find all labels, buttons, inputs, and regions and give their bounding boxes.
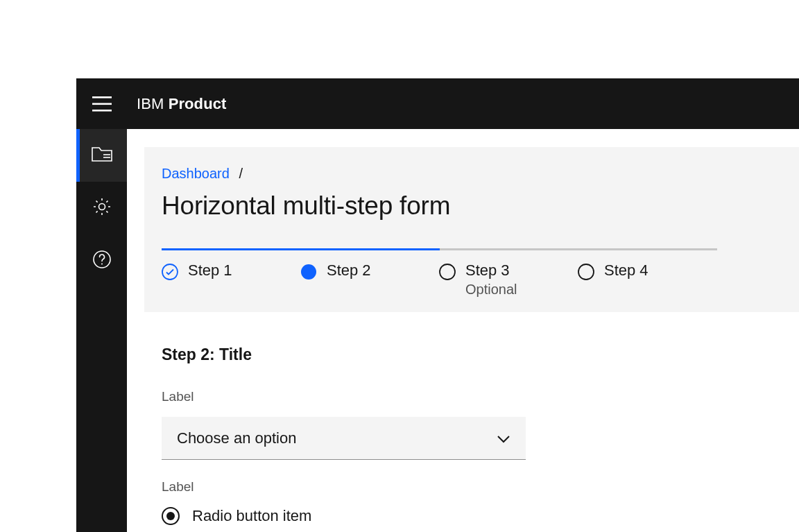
select-label: Label [162,389,526,404]
chevron-down-icon [497,429,510,447]
svg-point-11 [578,264,594,280]
page-title: Horizontal multi-step form [162,191,799,221]
upcoming-step-icon [439,264,456,280]
svg-rect-1 [92,103,112,105]
progress-fill [162,248,440,250]
progress-step-sublabel: Optional [465,282,517,298]
progress-step-2[interactable]: Step 2 [300,261,439,298]
progress-indicator: Step 1 Step 2 [162,248,717,298]
progress-step-label: Step 3 [465,261,517,280]
svg-point-9 [301,264,316,280]
form-area: Step 2: Title Label Choose an option Lab… [162,345,799,525]
progress-step-3[interactable]: Step 3 Optional [439,261,578,298]
left-sidebar [76,129,127,532]
brand-label[interactable]: IBM Product [137,95,226,113]
sidebar-item-folder[interactable] [76,129,127,182]
current-step-icon [300,264,317,280]
breadcrumb: Dashboard / [162,166,799,182]
svg-point-5 [98,204,105,210]
breadcrumb-link-dashboard[interactable]: Dashboard [162,166,230,181]
menu-icon[interactable] [92,96,112,112]
select-field: Label Choose an option [162,389,526,460]
radio-group-label: Label [162,479,799,495]
radio-group: Label Radio button item [162,479,799,525]
svg-point-8 [162,264,178,280]
svg-rect-0 [92,96,112,98]
page-header-panel: Dashboard / Horizontal multi-step form S… [144,147,799,312]
global-header: IBM Product [76,78,799,129]
progress-step-label: Step 4 [604,261,648,280]
select-value: Choose an option [177,429,296,447]
checkmark-circle-icon [162,264,178,280]
upcoming-step-icon [578,264,594,280]
folder-icon [92,145,112,166]
sidebar-item-settings[interactable] [76,182,127,234]
progress-step-1[interactable]: Step 1 [162,261,300,298]
gear-icon [92,197,112,219]
svg-point-7 [101,264,103,265]
radio-option-1[interactable]: Radio button item [162,507,799,525]
radio-option-label: Radio button item [192,507,311,525]
brand-prefix: IBM [137,95,164,112]
breadcrumb-separator: / [239,166,243,181]
progress-step-label: Step 1 [188,261,232,280]
help-icon [92,250,112,272]
progress-step-4[interactable]: Step 4 [578,261,716,298]
svg-point-10 [440,264,455,280]
radio-checked-icon [162,507,180,525]
select-input[interactable]: Choose an option [162,417,526,460]
svg-rect-2 [92,110,112,112]
form-section-title: Step 2: Title [162,345,799,364]
sidebar-item-help[interactable] [76,234,127,287]
progress-step-label: Step 2 [327,261,371,280]
brand-name: Product [169,95,227,112]
